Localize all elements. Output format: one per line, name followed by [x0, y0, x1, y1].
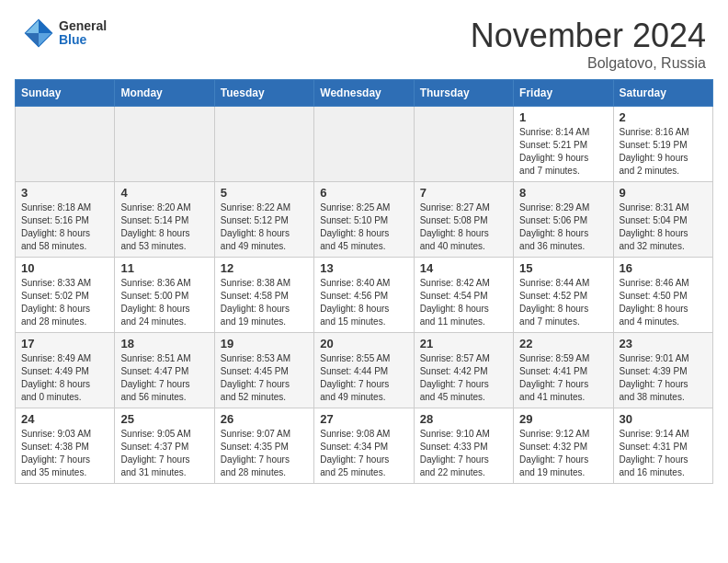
calendar-cell: 24Sunrise: 9:03 AM Sunset: 4:38 PM Dayli…: [16, 408, 115, 484]
calendar-cell: 12Sunrise: 8:38 AM Sunset: 4:58 PM Dayli…: [214, 258, 313, 333]
day-number: 30: [620, 412, 707, 426]
day-info: Sunrise: 8:51 AM Sunset: 4:47 PM Dayligh…: [120, 352, 208, 404]
logo-blue-text: Blue: [59, 33, 107, 47]
calendar-cell: 4Sunrise: 8:20 AM Sunset: 5:14 PM Daylig…: [115, 182, 214, 258]
calendar-cell: 11Sunrise: 8:36 AM Sunset: 5:00 PM Dayli…: [115, 258, 214, 333]
col-tuesday: Tuesday: [214, 80, 313, 107]
day-info: Sunrise: 8:16 AM Sunset: 5:19 PM Dayligh…: [620, 126, 707, 178]
day-number: 3: [21, 186, 108, 200]
calendar-cell: 1Sunrise: 8:14 AM Sunset: 5:21 PM Daylig…: [514, 107, 613, 182]
day-number: 6: [320, 186, 407, 200]
calendar-cell: [115, 107, 214, 182]
day-number: 15: [519, 261, 607, 275]
calendar-cell: 21Sunrise: 8:57 AM Sunset: 4:42 PM Dayli…: [414, 333, 513, 408]
calendar-cell: 30Sunrise: 9:14 AM Sunset: 4:31 PM Dayli…: [613, 408, 712, 484]
calendar-cell: 20Sunrise: 8:55 AM Sunset: 4:44 PM Dayli…: [314, 333, 414, 408]
location: Bolgatovo, Russia: [471, 55, 706, 72]
day-info: Sunrise: 9:14 AM Sunset: 4:31 PM Dayligh…: [620, 428, 707, 479]
day-number: 28: [420, 412, 507, 426]
day-info: Sunrise: 8:42 AM Sunset: 4:54 PM Dayligh…: [420, 277, 507, 328]
day-info: Sunrise: 9:03 AM Sunset: 4:38 PM Dayligh…: [21, 428, 108, 479]
calendar-cell: 19Sunrise: 8:53 AM Sunset: 4:45 PM Dayli…: [214, 333, 313, 408]
day-info: Sunrise: 8:46 AM Sunset: 4:50 PM Dayligh…: [620, 277, 707, 328]
day-info: Sunrise: 8:31 AM Sunset: 5:04 PM Dayligh…: [620, 201, 707, 253]
svg-marker-4: [26, 20, 39, 33]
day-number: 27: [320, 412, 407, 426]
calendar-cell: [214, 107, 313, 182]
day-number: 29: [519, 412, 607, 426]
day-info: Sunrise: 9:07 AM Sunset: 4:35 PM Dayligh…: [221, 428, 308, 479]
day-number: 26: [221, 412, 308, 426]
day-info: Sunrise: 8:53 AM Sunset: 4:45 PM Dayligh…: [221, 352, 308, 404]
day-number: 7: [420, 186, 507, 200]
day-info: Sunrise: 8:20 AM Sunset: 5:14 PM Dayligh…: [120, 201, 208, 253]
calendar-cell: 14Sunrise: 8:42 AM Sunset: 4:54 PM Dayli…: [414, 258, 513, 333]
day-info: Sunrise: 8:14 AM Sunset: 5:21 PM Dayligh…: [519, 126, 607, 178]
calendar-cell: 25Sunrise: 9:05 AM Sunset: 4:37 PM Dayli…: [115, 408, 214, 484]
calendar-week-4: 17Sunrise: 8:49 AM Sunset: 4:49 PM Dayli…: [16, 333, 713, 408]
calendar-cell: 28Sunrise: 9:10 AM Sunset: 4:33 PM Dayli…: [414, 408, 513, 484]
day-number: 5: [221, 186, 308, 200]
logo: General Blue: [22, 17, 107, 50]
calendar-cell: 23Sunrise: 9:01 AM Sunset: 4:39 PM Dayli…: [613, 333, 712, 408]
day-info: Sunrise: 8:18 AM Sunset: 5:16 PM Dayligh…: [21, 201, 108, 253]
calendar-week-5: 24Sunrise: 9:03 AM Sunset: 4:38 PM Dayli…: [16, 408, 713, 484]
svg-marker-2: [39, 33, 51, 46]
day-number: 23: [620, 337, 707, 350]
day-number: 11: [120, 261, 208, 275]
day-info: Sunrise: 9:01 AM Sunset: 4:39 PM Dayligh…: [620, 352, 707, 404]
calendar-cell: 3Sunrise: 8:18 AM Sunset: 5:16 PM Daylig…: [16, 182, 115, 258]
calendar-table: Sunday Monday Tuesday Wednesday Thursday…: [15, 79, 713, 484]
day-number: 1: [519, 110, 607, 124]
logo-icon: [22, 17, 55, 50]
logo-text: General Blue: [59, 19, 107, 48]
day-info: Sunrise: 8:57 AM Sunset: 4:42 PM Dayligh…: [420, 352, 507, 404]
calendar-cell: 8Sunrise: 8:29 AM Sunset: 5:06 PM Daylig…: [514, 182, 613, 258]
day-info: Sunrise: 8:22 AM Sunset: 5:12 PM Dayligh…: [221, 201, 308, 253]
day-number: 13: [320, 261, 407, 275]
day-number: 19: [221, 337, 308, 350]
calendar-cell: 17Sunrise: 8:49 AM Sunset: 4:49 PM Dayli…: [16, 333, 115, 408]
day-info: Sunrise: 8:44 AM Sunset: 4:52 PM Dayligh…: [519, 277, 607, 328]
day-number: 21: [420, 337, 507, 350]
calendar-cell: [314, 107, 414, 182]
calendar-cell: 13Sunrise: 8:40 AM Sunset: 4:56 PM Dayli…: [314, 258, 414, 333]
day-info: Sunrise: 8:40 AM Sunset: 4:56 PM Dayligh…: [320, 277, 407, 328]
calendar-week-3: 10Sunrise: 8:33 AM Sunset: 5:02 PM Dayli…: [16, 258, 713, 333]
day-number: 14: [420, 261, 507, 275]
day-info: Sunrise: 8:33 AM Sunset: 5:02 PM Dayligh…: [21, 277, 108, 328]
day-number: 9: [620, 186, 707, 200]
day-info: Sunrise: 9:08 AM Sunset: 4:34 PM Dayligh…: [320, 428, 407, 479]
col-friday: Friday: [514, 80, 613, 107]
day-number: 17: [21, 337, 108, 350]
day-number: 4: [120, 186, 208, 200]
day-info: Sunrise: 8:49 AM Sunset: 4:49 PM Dayligh…: [21, 352, 108, 404]
calendar-week-1: 1Sunrise: 8:14 AM Sunset: 5:21 PM Daylig…: [16, 107, 713, 182]
calendar-cell: 6Sunrise: 8:25 AM Sunset: 5:10 PM Daylig…: [314, 182, 414, 258]
col-thursday: Thursday: [414, 80, 513, 107]
day-number: 22: [519, 337, 607, 350]
calendar-cell: 2Sunrise: 8:16 AM Sunset: 5:19 PM Daylig…: [613, 107, 712, 182]
month-title: November 2024: [471, 17, 706, 55]
day-info: Sunrise: 9:12 AM Sunset: 4:32 PM Dayligh…: [519, 428, 607, 479]
col-saturday: Saturday: [613, 80, 712, 107]
calendar-cell: 5Sunrise: 8:22 AM Sunset: 5:12 PM Daylig…: [214, 182, 313, 258]
calendar-cell: 29Sunrise: 9:12 AM Sunset: 4:32 PM Dayli…: [514, 408, 613, 484]
calendar-wrapper: Sunday Monday Tuesday Wednesday Thursday…: [0, 79, 728, 499]
calendar-cell: 15Sunrise: 8:44 AM Sunset: 4:52 PM Dayli…: [514, 258, 613, 333]
calendar-cell: 22Sunrise: 8:59 AM Sunset: 4:41 PM Dayli…: [514, 333, 613, 408]
title-section: November 2024 Bolgatovo, Russia: [471, 17, 706, 72]
day-info: Sunrise: 8:27 AM Sunset: 5:08 PM Dayligh…: [420, 201, 507, 253]
day-number: 24: [21, 412, 108, 426]
day-number: 10: [21, 261, 108, 275]
day-number: 20: [320, 337, 407, 350]
day-info: Sunrise: 8:25 AM Sunset: 5:10 PM Dayligh…: [320, 201, 407, 253]
day-number: 18: [120, 337, 208, 350]
day-info: Sunrise: 8:38 AM Sunset: 4:58 PM Dayligh…: [221, 277, 308, 328]
header-row: Sunday Monday Tuesday Wednesday Thursday…: [16, 80, 713, 107]
calendar-cell: 7Sunrise: 8:27 AM Sunset: 5:08 PM Daylig…: [414, 182, 513, 258]
calendar-cell: 18Sunrise: 8:51 AM Sunset: 4:47 PM Dayli…: [115, 333, 214, 408]
page-container: General Blue November 2024 Bolgatovo, Ru…: [0, 0, 728, 510]
svg-marker-3: [26, 33, 39, 46]
day-info: Sunrise: 8:29 AM Sunset: 5:06 PM Dayligh…: [519, 201, 607, 253]
